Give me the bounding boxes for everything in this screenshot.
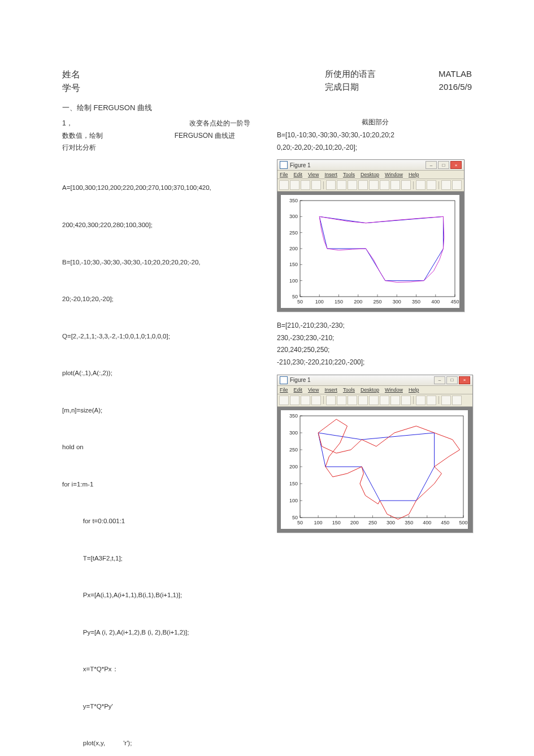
svg-rect-33: [300, 416, 463, 518]
svg-text:50: 50: [297, 299, 303, 305]
menu-file[interactable]: File: [280, 172, 288, 177]
p1-l2a: 数数值，绘制: [62, 132, 103, 140]
figure-titlebar: Figure 1 – □ ×: [277, 160, 464, 171]
tool-link-icon[interactable]: [401, 180, 411, 190]
code-line: hold on: [62, 441, 254, 454]
tool-zoomin-icon[interactable]: [337, 396, 346, 405]
menu-view[interactable]: View: [308, 172, 319, 177]
matlab-figure-window-1: Figure 1 – □ × File Edit View Insert Too…: [277, 159, 464, 312]
maximize-button[interactable]: □: [446, 376, 458, 384]
menu-desktop[interactable]: Desktop: [361, 172, 379, 177]
tool-open-icon[interactable]: [290, 180, 299, 190]
figure-plot-area: 5010015020025030035040045050050100150200…: [277, 407, 472, 532]
figure-titlebar: Figure 1 – □ ×: [277, 375, 472, 386]
menu-view[interactable]: View: [308, 387, 319, 393]
svg-text:200: 200: [354, 299, 362, 305]
svg-text:150: 150: [289, 262, 298, 268]
tool-hide-icon[interactable]: [441, 396, 451, 405]
code-line: Q=[2,-2,1,1;-3,3,-2,-1;0,0,1,0;1,0,0,0];: [62, 331, 254, 343]
svg-text:250: 250: [373, 299, 381, 305]
tool-zoomin-icon[interactable]: [337, 180, 346, 190]
tool-brush-icon[interactable]: [390, 180, 400, 190]
tool-link-icon[interactable]: [401, 396, 411, 405]
p1-line1: 1， 改变各点处的一阶导: [62, 118, 254, 130]
menu-insert[interactable]: Insert: [324, 172, 337, 177]
tool-edit-icon[interactable]: [326, 396, 336, 405]
svg-text:250: 250: [289, 447, 298, 453]
tool-new-icon[interactable]: [279, 180, 289, 190]
menu-file[interactable]: File: [280, 387, 288, 393]
tool-colorbar-icon[interactable]: [416, 180, 426, 190]
code-line: T=[tA3F2,t,1];: [62, 553, 254, 565]
tool-new-icon[interactable]: [279, 396, 289, 405]
menu-insert[interactable]: Insert: [324, 387, 337, 393]
tool-save-icon[interactable]: [301, 180, 310, 190]
tool-pan-icon[interactable]: [358, 396, 368, 405]
svg-text:100: 100: [289, 278, 298, 284]
tool-print-icon[interactable]: [311, 396, 321, 405]
tool-datacursor-icon[interactable]: [380, 396, 389, 405]
minimize-button[interactable]: –: [434, 376, 445, 384]
code-line: 20;-20,10;20,-20];: [62, 293, 254, 306]
svg-text:400: 400: [431, 299, 440, 305]
b1-line1: B=[10,-10;30,-30;30,-30;30,-10;20,20;2: [277, 129, 473, 142]
menu-help[interactable]: Help: [409, 387, 419, 393]
svg-text:250: 250: [368, 520, 377, 525]
tool-legend-icon[interactable]: [427, 396, 436, 405]
code-line: y=T*Q*Py': [62, 701, 254, 713]
svg-text:350: 350: [412, 299, 420, 305]
svg-text:250: 250: [289, 230, 298, 236]
document-page: 姓名 学号 所使用的语言 MATLAB 完成日期 2016/5/9 一、绘制 F…: [0, 0, 534, 756]
toolbar-separator: [413, 181, 414, 189]
tool-edit-icon[interactable]: [326, 180, 336, 190]
code-line: for t=0:0.001:1: [62, 515, 254, 528]
p1-prefix: 1，: [62, 119, 73, 127]
menu-tools[interactable]: Tools: [343, 172, 355, 177]
tool-print-icon[interactable]: [311, 180, 321, 190]
menu-window[interactable]: Window: [385, 387, 403, 393]
menu-help[interactable]: Help: [409, 172, 419, 177]
b2-line2: 230,-230;230,-210;: [277, 332, 473, 345]
svg-text:100: 100: [289, 498, 298, 503]
toolbar-separator: [413, 396, 414, 404]
figure-plot-area: 5010015020025030035040045050100150200250…: [277, 192, 464, 311]
menu-edit[interactable]: Edit: [294, 172, 303, 177]
tool-show-icon[interactable]: [452, 396, 462, 405]
svg-text:150: 150: [289, 481, 298, 486]
header-left-block: 姓名 学号: [62, 68, 80, 95]
svg-text:350: 350: [289, 198, 298, 203]
tool-rotate-icon[interactable]: [369, 396, 379, 405]
toolbar-separator: [323, 396, 324, 404]
right-column: 截图部分 B=[10,-10;30,-30;30,-30;30,-10;20,2…: [277, 118, 473, 541]
left-column: 1， 改变各点处的一阶导 数数值，绘制 FERGUSON 曲线进 行对比分析 A…: [62, 118, 254, 756]
svg-rect-0: [300, 201, 455, 297]
svg-text:100: 100: [314, 520, 323, 525]
figure-toolbar: [277, 179, 464, 192]
close-button[interactable]: ×: [459, 376, 470, 384]
tool-save-icon[interactable]: [301, 396, 310, 405]
tool-zoomout-icon[interactable]: [348, 180, 357, 190]
header-row-date: 完成日期 2016/5/9: [325, 81, 472, 94]
tool-datacursor-icon[interactable]: [380, 180, 389, 190]
tool-pan-icon[interactable]: [358, 180, 368, 190]
menu-tools[interactable]: Tools: [343, 387, 355, 393]
tool-show-icon[interactable]: [452, 180, 462, 190]
tool-open-icon[interactable]: [290, 396, 299, 405]
tool-brush-icon[interactable]: [390, 396, 400, 405]
menu-edit[interactable]: Edit: [294, 387, 303, 393]
maximize-button[interactable]: □: [438, 161, 449, 169]
code-line: plot(x,y, 'r');: [62, 737, 254, 750]
menu-window[interactable]: Window: [385, 172, 403, 177]
menu-desktop[interactable]: Desktop: [361, 387, 379, 393]
tool-zoomout-icon[interactable]: [348, 396, 357, 405]
svg-text:50: 50: [297, 520, 303, 525]
chart-1: 5010015020025030035040045050100150200250…: [281, 195, 459, 308]
minimize-button[interactable]: –: [426, 161, 437, 169]
close-button[interactable]: ×: [450, 161, 462, 169]
svg-text:50: 50: [292, 515, 298, 520]
tool-rotate-icon[interactable]: [369, 180, 379, 190]
tool-legend-icon[interactable]: [427, 180, 436, 190]
tool-hide-icon[interactable]: [441, 180, 451, 190]
doc-header: 姓名 学号 所使用的语言 MATLAB 完成日期 2016/5/9: [62, 68, 472, 95]
tool-colorbar-icon[interactable]: [416, 396, 426, 405]
